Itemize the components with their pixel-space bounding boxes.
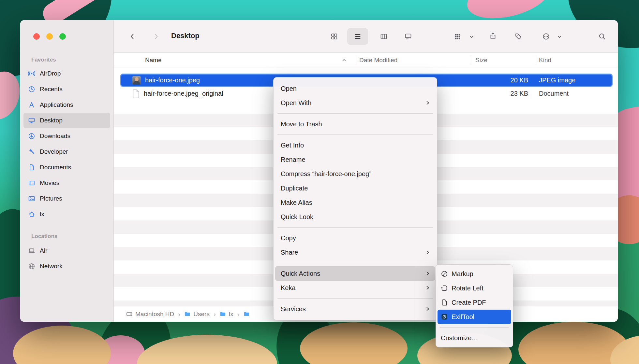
tag-button[interactable]	[514, 33, 522, 40]
sidebar-item-desktop[interactable]: Desktop	[23, 113, 110, 128]
icon-view-button[interactable]	[330, 33, 338, 40]
folder-icon	[220, 311, 226, 317]
menu-item-label: Open With	[281, 99, 311, 107]
menu-item-duplicate[interactable]: Duplicate	[275, 181, 435, 195]
sidebar-item-label: Movies	[40, 179, 59, 187]
sidebar-item-lx[interactable]: lx	[23, 206, 110, 222]
window-title: Desktop	[171, 32, 200, 40]
menu-separator	[277, 227, 433, 228]
sidebar-item-movies[interactable]: Movies	[23, 175, 110, 191]
submenu-item-create-pdf[interactable]: Create PDF	[438, 295, 511, 310]
sidebar-item-recents[interactable]: Recents	[23, 81, 110, 97]
pathbar-label: Macintosh HD	[135, 311, 174, 318]
column-header-date-modified[interactable]: Date Modified	[359, 53, 397, 67]
submenu-item-customize[interactable]: Customize…	[438, 331, 511, 345]
pathbar-separator: ›	[213, 311, 216, 317]
pathbar-item-lx[interactable]: lx	[220, 311, 233, 318]
column-header-name[interactable]: Name	[145, 53, 162, 67]
menu-item-quick-actions[interactable]: Quick Actions	[275, 266, 435, 281]
folder-icon	[184, 311, 190, 317]
menu-item-label: Make Alias	[281, 199, 312, 206]
screen: Favorites AirDrop Recents Applications D…	[0, 0, 639, 364]
menu-item-label: Rename	[281, 156, 305, 163]
chevron-right-icon	[425, 307, 430, 311]
sidebar-item-label: Air	[40, 247, 47, 254]
sidebar-item-network[interactable]: Network	[23, 259, 110, 274]
sidebar-item-downloads[interactable]: Downloads	[23, 128, 110, 144]
column-divider[interactable]	[355, 55, 355, 64]
sidebar-item-air[interactable]: Air	[23, 243, 110, 259]
sidebar-item-label: Pictures	[40, 195, 62, 202]
column-divider[interactable]	[471, 55, 471, 64]
sidebar-item-airdrop[interactable]: AirDrop	[23, 66, 110, 81]
submenu-item-label: Rotate Left	[452, 285, 483, 292]
home-icon	[28, 211, 35, 218]
menu-item-compress[interactable]: Compress “hair-force-one.jpeg”	[275, 167, 435, 181]
markup-icon	[441, 270, 448, 277]
sidebar-item-label: Recents	[40, 86, 63, 93]
pathbar-item-macintosh-hd[interactable]: Macintosh HD	[126, 311, 174, 318]
document-file-icon	[132, 89, 140, 98]
menu-item-share[interactable]: Share	[275, 245, 435, 259]
pathbar-item-partial[interactable]	[244, 311, 250, 317]
column-divider[interactable]	[535, 55, 535, 64]
menu-item-label: Open	[281, 85, 297, 92]
menu-item-open[interactable]: Open	[275, 81, 435, 96]
forward-button[interactable]	[152, 33, 160, 40]
column-view-button[interactable]	[380, 33, 388, 40]
menu-separator	[277, 263, 433, 263]
submenu-item-exiftool[interactable]: ExifTool	[438, 310, 511, 324]
chevron-down-icon	[557, 34, 562, 39]
menu-item-label: Duplicate	[281, 185, 308, 192]
menu-item-rename[interactable]: Rename	[275, 152, 435, 167]
menu-item-open-with[interactable]: Open With	[275, 96, 435, 110]
menu-item-services[interactable]: Services	[275, 302, 435, 316]
desktop-icon	[28, 117, 35, 124]
menu-item-label: Quick Look	[281, 213, 313, 221]
pathbar-item-users[interactable]: Users	[184, 311, 210, 318]
close-button[interactable]	[33, 33, 40, 40]
zoom-button[interactable]	[59, 33, 66, 40]
sidebar-item-label: Applications	[40, 101, 73, 108]
pathbar-separator: ›	[177, 311, 181, 317]
minimize-button[interactable]	[46, 33, 53, 40]
menu-item-label: Share	[281, 249, 298, 256]
menu-separator	[277, 298, 433, 299]
sidebar-item-label: Developer	[40, 148, 68, 155]
film-icon	[28, 179, 35, 187]
column-header-size[interactable]: Size	[475, 53, 487, 67]
sidebar-item-developer[interactable]: Developer	[23, 144, 110, 160]
sidebar-section-favorites: Favorites	[31, 57, 56, 63]
menu-item-keka[interactable]: Keka	[275, 281, 435, 295]
back-button[interactable]	[128, 33, 136, 40]
menu-item-label: Keka	[281, 284, 296, 292]
menu-item-make-alias[interactable]: Make Alias	[275, 195, 435, 210]
locations-list: Air Network	[23, 243, 110, 274]
list-view-button[interactable]	[354, 33, 362, 40]
menu-item-get-info[interactable]: Get Info	[275, 138, 435, 152]
more-options-button[interactable]	[542, 33, 550, 40]
disk-icon	[126, 311, 132, 317]
sidebar-item-pictures[interactable]: Pictures	[23, 191, 110, 206]
search-button[interactable]	[598, 33, 606, 40]
submenu-item-rotate-left[interactable]: Rotate Left	[438, 281, 511, 295]
context-menu: Open Open With Move to Trash Get Info Re…	[273, 77, 437, 320]
menu-item-move-to-trash[interactable]: Move to Trash	[275, 117, 435, 131]
sidebar-item-documents[interactable]: Documents	[23, 160, 110, 175]
rotate-left-icon	[441, 285, 448, 292]
window-controls	[33, 33, 66, 40]
menu-item-label: Compress “hair-force-one.jpeg”	[281, 170, 371, 178]
share-button[interactable]	[489, 32, 497, 40]
file-name: hair-force-one.jpeg_original	[144, 90, 223, 97]
sidebar-item-applications[interactable]: Applications	[23, 97, 110, 113]
submenu-item-markup[interactable]: Markup	[438, 267, 511, 281]
column-header-kind[interactable]: Kind	[539, 53, 551, 67]
menu-item-copy[interactable]: Copy	[275, 231, 435, 245]
file-size: 23 KB	[471, 87, 528, 100]
airdrop-icon	[28, 70, 35, 77]
chevron-right-icon	[425, 271, 430, 276]
group-by-button[interactable]	[454, 33, 462, 40]
submenu-item-label: Create PDF	[452, 299, 486, 306]
menu-item-quick-look[interactable]: Quick Look	[275, 210, 435, 224]
gallery-view-button[interactable]	[404, 33, 412, 40]
